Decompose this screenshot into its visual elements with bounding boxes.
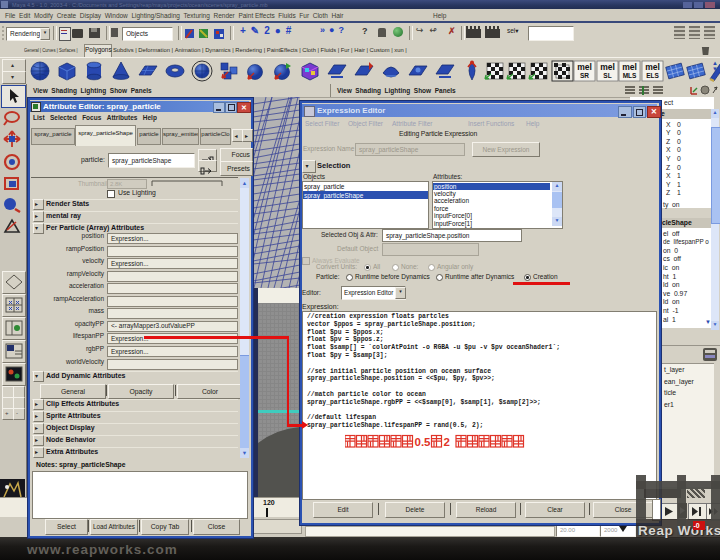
svg-text:mel: mel — [577, 62, 592, 72]
svg-text:SR: SR — [580, 72, 589, 79]
svg-text:mel: mel — [600, 62, 615, 72]
svg-text:ELS: ELS — [646, 72, 659, 79]
svg-text:mel: mel — [622, 62, 637, 72]
svg-text:SL: SL — [603, 72, 611, 79]
svg-text:mel: mel — [645, 62, 660, 72]
svg-text:MLS: MLS — [623, 72, 637, 79]
svg-text:0.5: 0.5 — [415, 436, 432, 448]
svg-text:2: 2 — [444, 436, 450, 448]
